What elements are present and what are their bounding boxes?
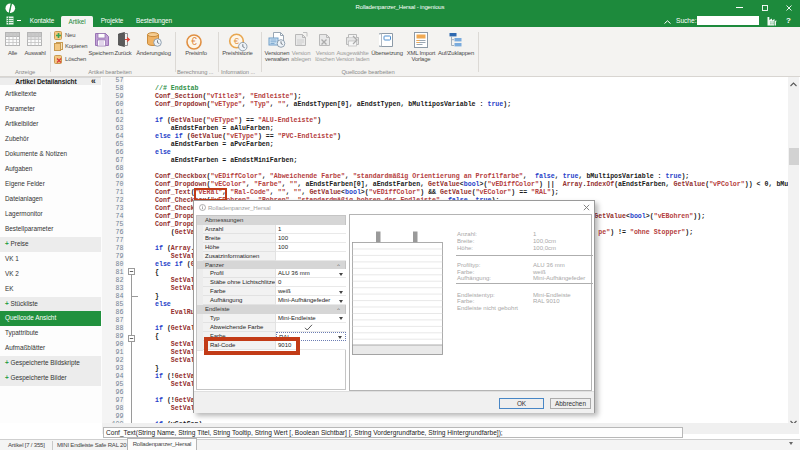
svg-text:€: € xyxy=(191,36,197,47)
